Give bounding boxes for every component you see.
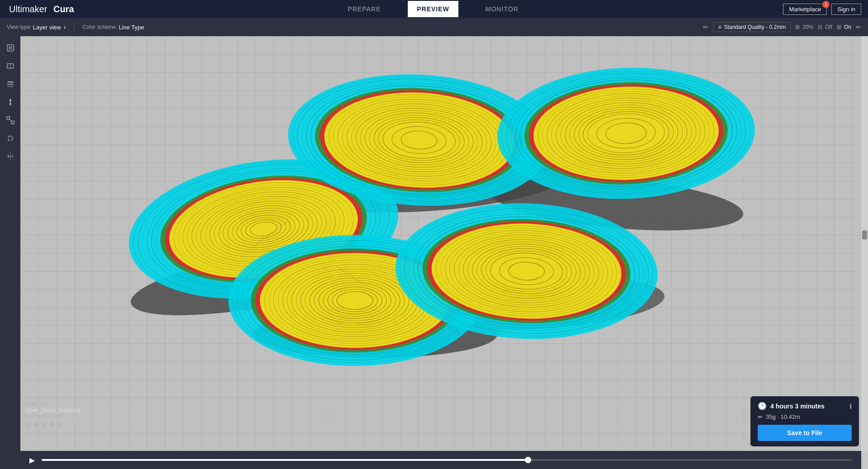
info-panel: 🕐 4 hours 3 minutes ℹ ▪▪ 35g · 10.42m Sa… bbox=[750, 396, 859, 446]
svg-rect-6 bbox=[7, 86, 14, 87]
sign-in-button[interactable]: Sign in bbox=[831, 4, 861, 15]
sidebar-mirror-tool[interactable] bbox=[3, 149, 18, 164]
on-icon: ⊞ bbox=[837, 24, 841, 30]
view-type-section: View type Layer view ‹ bbox=[7, 23, 66, 31]
off-toggle: ⊟ Off bbox=[818, 24, 832, 30]
toolbar-divider-1 bbox=[74, 23, 75, 32]
clock-icon: 🕐 bbox=[758, 402, 767, 410]
marketplace-badge: 1 bbox=[822, 1, 830, 8]
quality-button[interactable]: ≡ Standard Quality - 0.2mm bbox=[713, 22, 791, 32]
save-to-file-button[interactable]: Save to File bbox=[758, 425, 852, 441]
svg-rect-4 bbox=[7, 81, 14, 83]
marketplace-container: Marketplace 1 bbox=[783, 4, 827, 15]
zoom-value: 20% bbox=[802, 24, 813, 30]
sidebar-scale-tool[interactable] bbox=[3, 113, 18, 127]
svg-rect-1 bbox=[9, 46, 12, 50]
view-type-value: Layer view bbox=[33, 24, 61, 31]
svg-marker-14 bbox=[11, 155, 13, 158]
logo-cura: Cura bbox=[53, 4, 74, 14]
progress-track[interactable] bbox=[42, 459, 852, 461]
3d-scene bbox=[20, 36, 861, 451]
nav-preview[interactable]: PREVIEW bbox=[408, 1, 458, 17]
sidebar-solid-view[interactable] bbox=[3, 41, 18, 55]
on-label: On bbox=[844, 24, 851, 30]
svg-line-10 bbox=[9, 119, 11, 121]
scroll-thumb[interactable] bbox=[862, 230, 867, 239]
svg-marker-11 bbox=[8, 140, 9, 141]
view-type-chevron[interactable]: ‹ bbox=[64, 23, 66, 31]
toolbar-right: ✏ ≡ Standard Quality - 0.2mm ⊞ 20% ⊟ Off… bbox=[703, 22, 861, 32]
material-amount: 35g · 10.42m bbox=[766, 413, 800, 420]
material-row: ▪▪ 35g · 10.42m bbox=[758, 413, 852, 420]
svg-rect-9 bbox=[11, 121, 14, 124]
time-row: 🕐 4 hours 3 minutes ℹ bbox=[758, 402, 852, 410]
obj-icon-4[interactable]: ⊗ bbox=[49, 421, 55, 428]
view-type-label: View type bbox=[7, 24, 30, 30]
sidebar-move-tool[interactable] bbox=[3, 95, 18, 109]
left-sidebar bbox=[0, 36, 20, 469]
object-info-icons: ⊙ ⊕ ⊚ ⊗ ⊘ bbox=[25, 421, 80, 428]
sidebar-layer-view[interactable] bbox=[3, 77, 18, 91]
quality-icon: ≡ bbox=[718, 24, 721, 30]
logo-ultimaker: Ultimaker bbox=[9, 4, 47, 14]
play-button[interactable]: ▶ bbox=[29, 456, 35, 464]
viewport[interactable]: Object list Silver_Glass_Support1 110.8 … bbox=[20, 36, 861, 451]
playbar: ▶ bbox=[20, 451, 861, 469]
zoom-section: ⊞ 20% bbox=[795, 24, 813, 30]
off-icon: ⊟ bbox=[818, 24, 822, 30]
object-info: Object list Silver_Glass_Support1 110.8 … bbox=[25, 401, 80, 428]
logo: Ultimaker Cura bbox=[0, 4, 83, 14]
header-right: Marketplace 1 Sign in bbox=[783, 4, 868, 15]
obj-icon-1[interactable]: ⊙ bbox=[25, 421, 30, 428]
color-scheme-value: Line Type bbox=[119, 24, 144, 31]
quality-label: Standard Quality - 0.2mm bbox=[724, 24, 786, 30]
main-nav: PREPARE PREVIEW MONITOR bbox=[83, 1, 783, 17]
progress-fill bbox=[42, 459, 528, 461]
obj-icon-3[interactable]: ⊚ bbox=[41, 421, 47, 428]
edit-icon-2[interactable]: ✏ bbox=[856, 23, 861, 31]
svg-marker-13 bbox=[8, 155, 10, 158]
edit-icon[interactable]: ✏ bbox=[703, 23, 708, 31]
svg-rect-5 bbox=[7, 84, 14, 85]
sidebar-rotate-tool[interactable] bbox=[3, 131, 18, 145]
header: Ultimaker Cura PREPARE PREVIEW MONITOR M… bbox=[0, 0, 868, 18]
toolbar: View type Layer view ‹ Color scheme Line… bbox=[0, 18, 868, 36]
nav-prepare[interactable]: PREPARE bbox=[339, 1, 390, 17]
material-icon: ▪▪ bbox=[758, 413, 762, 420]
object-size: 110.8 x 72.6 x 10.0 mm bbox=[25, 413, 80, 419]
info-button[interactable]: ℹ bbox=[849, 403, 852, 410]
progress-thumb[interactable] bbox=[525, 457, 531, 463]
svg-marker-7 bbox=[9, 98, 12, 106]
nav-monitor[interactable]: MONITOR bbox=[476, 1, 528, 17]
on-toggle: ⊞ On bbox=[837, 24, 851, 30]
right-scrollbar[interactable] bbox=[861, 36, 868, 451]
off-label: Off bbox=[825, 24, 832, 30]
object-list-label: Object list bbox=[25, 401, 80, 406]
color-scheme-label: Color scheme bbox=[83, 24, 116, 30]
print-time: 4 hours 3 minutes bbox=[770, 403, 825, 410]
obj-icon-5[interactable]: ⊘ bbox=[57, 421, 63, 428]
zoom-icon: ⊞ bbox=[795, 24, 800, 30]
obj-icon-2[interactable]: ⊕ bbox=[33, 421, 38, 428]
color-scheme-section: Color scheme Line Type bbox=[83, 24, 144, 31]
svg-rect-8 bbox=[7, 117, 9, 119]
sidebar-xray-view[interactable] bbox=[3, 59, 18, 73]
object-name: Silver_Glass_Support1 bbox=[25, 407, 80, 413]
marketplace-button[interactable]: Marketplace bbox=[783, 4, 827, 15]
